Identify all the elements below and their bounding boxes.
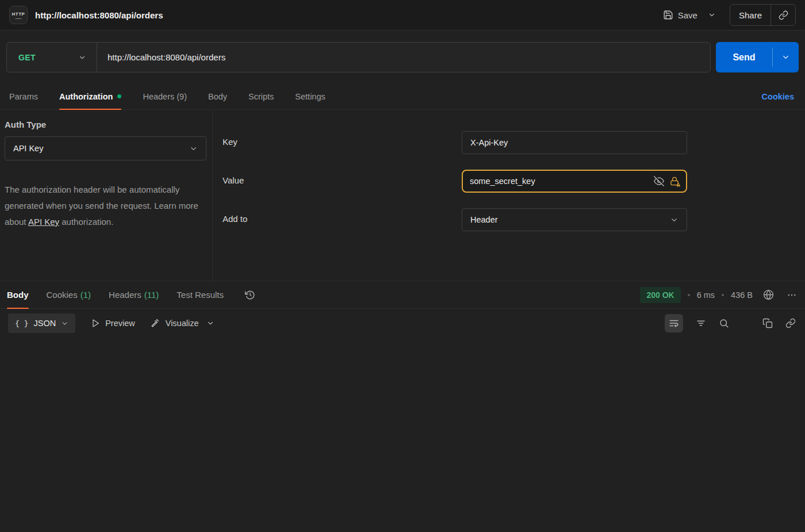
value-text: some_secret_key [470,177,654,186]
key-input[interactable]: X-Api-Key [462,131,687,154]
key-value: X-Api-Key [470,138,508,147]
chevron-down-icon [670,216,678,224]
tab-label: Body [7,290,29,300]
send-button[interactable]: Send [716,42,799,72]
chevron-down-icon [708,11,716,19]
url-input[interactable]: http://localhost:8080/api/orders [97,52,710,62]
visualize-button[interactable]: Visualize [151,319,199,328]
add-to-select[interactable]: Header [462,208,687,231]
tab-params[interactable]: Params [9,83,38,109]
tab-count: (1) [80,290,91,300]
dot-separator [688,294,690,296]
tab-authorization[interactable]: Authorization [59,83,121,109]
response-meta: 200 OK 6 ms 436 B [640,281,797,308]
tab-scripts[interactable]: Scripts [248,83,274,109]
tab-label: Headers [109,290,141,300]
authorization-panel: Auth Type API Key The authorization head… [0,110,805,281]
auth-fields-column: Key X-Api-Key Value some_secret_key [213,110,805,281]
topbar-actions: Save Share [661,4,796,26]
send-label[interactable]: Send [716,42,772,72]
request-tabs: Params Authorization Headers (9) Body Sc… [0,83,805,110]
http-icon-label: HTTP [12,12,25,17]
auth-active-dot [117,94,121,98]
http-icon-squiggle [14,17,22,19]
wrap-text-icon[interactable] [665,314,683,332]
tab-settings[interactable]: Settings [295,83,325,109]
topbar: HTTP http://localhost:8080/api/orders Sa… [0,0,805,30]
response-panel: Body Cookies (1) Headers (11) Test Resul… [0,281,805,532]
history-icon[interactable] [245,290,255,300]
response-size: 436 B [731,290,753,300]
response-time: 6 ms [697,290,715,300]
request-url-bar: GET http://localhost:8080/api/orders [6,42,711,72]
tab-count: (11) [144,290,159,300]
auth-key-row: Key X-Api-Key [223,131,805,154]
share-label: Share [730,10,770,20]
value-input[interactable]: some_secret_key [462,170,687,193]
eye-off-icon[interactable] [654,176,664,186]
auth-addto-row: Add to Header [223,208,805,231]
visualize-wand-icon [151,319,160,328]
chevron-down-icon [781,53,790,62]
tab-label: Authorization [59,92,113,101]
send-dropdown-button[interactable] [773,42,799,72]
auth-type-value: API Key [13,144,43,153]
tab-label: Body [208,92,227,101]
auth-type-column: Auth Type API Key The authorization head… [0,110,213,281]
tab-headers[interactable]: Headers (9) [143,83,187,109]
format-select[interactable]: { } JSON [8,313,75,333]
visualize-dropdown-button[interactable] [206,319,214,327]
method-label: GET [18,53,36,62]
value-label: Value [223,170,462,193]
share-button[interactable]: Share [730,4,796,26]
add-to-label: Add to [223,208,462,231]
share-link-button[interactable] [771,10,795,20]
auth-value-row: Value some_secret_key [223,170,805,193]
tab-label: Headers (9) [143,92,187,101]
response-tab-cookies[interactable]: Cookies (1) [47,281,91,308]
preview-label: Preview [105,319,135,328]
auth-type-select[interactable]: API Key [5,136,206,160]
tab-label: Settings [295,92,325,101]
chevron-down-icon [61,320,68,327]
braces-icon: { } [15,319,28,328]
chevron-down-icon [78,53,86,62]
secret-field-icons [654,176,679,186]
visualize-label: Visualize [166,319,199,328]
request-title: http://localhost:8080/api/orders [35,10,163,20]
tab-body[interactable]: Body [208,83,227,109]
auth-description-text: authorization. [59,217,113,227]
filter-icon[interactable] [696,318,706,328]
preview-button[interactable]: Preview [91,319,135,328]
tab-label: Test Results [177,290,224,300]
status-badge[interactable]: 200 OK [640,287,680,303]
globe-icon[interactable] [763,289,774,300]
cookies-link[interactable]: Cookies [762,83,794,109]
save-dropdown-button[interactable] [704,6,719,24]
auth-description: The authorization header will be automat… [5,182,202,230]
response-toolbar: { } JSON Preview Visualize [0,309,805,338]
play-icon [91,319,100,328]
response-tab-test-results[interactable]: Test Results [177,281,224,308]
add-to-value: Header [470,215,498,224]
search-icon[interactable] [719,318,729,328]
response-tab-headers[interactable]: Headers (11) [109,281,159,308]
response-tab-body[interactable]: Body [7,281,29,308]
link-icon [779,10,788,20]
lock-warning-icon[interactable] [670,177,679,186]
link-icon[interactable] [785,318,796,328]
method-select[interactable]: GET [7,43,97,72]
api-key-doc-link[interactable]: API Key [28,217,59,227]
copy-icon[interactable] [762,318,773,328]
dot-separator [722,294,724,296]
save-button[interactable]: Save [661,6,700,24]
response-tools [665,309,796,338]
http-method-icon: HTTP [9,6,28,24]
tab-label: Params [9,92,38,101]
response-tabs: Body Cookies (1) Headers (11) Test Resul… [0,281,805,309]
auth-type-label: Auth Type [5,120,206,129]
save-icon [663,10,673,20]
more-options-icon[interactable] [787,290,797,300]
key-label: Key [223,131,462,154]
save-label: Save [678,10,697,20]
